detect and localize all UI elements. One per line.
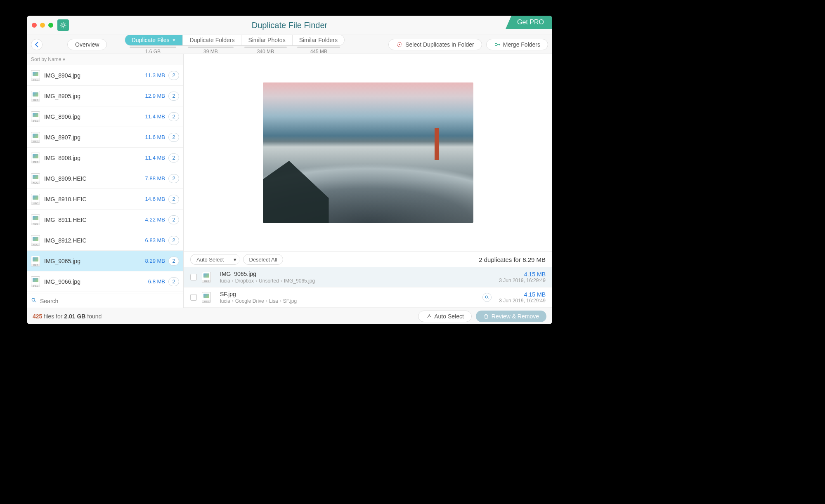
merge-folders-button[interactable]: Merge Folders <box>486 39 548 50</box>
file-thumb-icon <box>31 173 40 184</box>
toolbar: Overview Duplicate Files▼Duplicate Folde… <box>27 35 552 54</box>
duplicate-name: SF.jpg <box>220 291 478 297</box>
file-thumb-icon <box>31 235 40 246</box>
tab-duplicate-files[interactable]: Duplicate Files▼ <box>125 35 183 45</box>
main-pane: Auto Select ▾ Deselect All 2 duplicates … <box>184 54 552 308</box>
list-item[interactable]: IMG_8911.HEIC4.22 MB2 <box>27 210 183 230</box>
checkbox[interactable] <box>190 274 197 280</box>
file-size: 14.6 MB <box>145 196 165 202</box>
search-bar[interactable] <box>27 294 183 308</box>
footer-auto-select-label: Auto Select <box>434 313 464 320</box>
file-size: 8.29 MB <box>145 258 165 264</box>
auto-select-button[interactable]: Auto Select <box>190 254 230 265</box>
list-item[interactable]: IMG_8906.jpg11.4 MB2 <box>27 106 183 127</box>
footer-stats: 425 files for 2.01 GB found <box>33 313 102 320</box>
zoom-dot[interactable] <box>48 23 53 28</box>
file-thumb-icon <box>31 214 40 225</box>
duplicate-count-badge: 2 <box>168 236 179 245</box>
list-item[interactable]: IMG_8905.jpg12.9 MB2 <box>27 86 183 106</box>
file-thumb-icon <box>31 111 40 122</box>
trash-icon <box>483 313 489 319</box>
tab-duplicate-folders[interactable]: Duplicate Folders <box>183 35 241 45</box>
review-remove-label: Review & Remove <box>492 313 539 320</box>
preview-image <box>263 82 473 223</box>
file-thumb-icon <box>31 256 40 266</box>
target-icon <box>396 41 403 48</box>
file-name: IMG_9066.jpg <box>44 278 148 285</box>
file-size: 11.4 MB <box>145 155 165 161</box>
list-item[interactable]: IMG_9066.jpg6.8 MB2 <box>27 271 183 292</box>
duplicate-count-badge: 2 <box>168 133 179 142</box>
tab-size-label: 39 MB <box>182 47 239 54</box>
back-button[interactable] <box>31 39 43 50</box>
select-duplicates-label: Select Duplicates in Folder <box>405 41 474 48</box>
list-item[interactable]: IMG_8909.HEIC7.88 MB2 <box>27 168 183 189</box>
duplicate-date: 3 Jun 2019, 16:29:49 <box>499 278 546 283</box>
duplicate-name: IMG_9065.jpg <box>220 271 494 277</box>
wand-icon <box>426 313 432 319</box>
svg-point-0 <box>62 24 64 26</box>
file-name: IMG_8908.jpg <box>44 155 145 161</box>
app-window: Duplicate File Finder Get PRO Overview D… <box>27 16 552 324</box>
quicklook-icon[interactable] <box>482 293 492 302</box>
sidebar: Sort by Name ▾ IMG_8904.jpg11.3 MB2IMG_8… <box>27 54 184 308</box>
duplicate-count-badge: 2 <box>168 153 179 163</box>
get-pro-button[interactable]: Get PRO <box>506 16 552 29</box>
file-thumb-icon <box>31 132 40 143</box>
duplicate-row[interactable]: SF.jpglucia›Google Drive›Lisa›SF.jpg4.15… <box>184 287 552 308</box>
file-thumb-icon <box>31 70 40 81</box>
duplicate-count-badge: 2 <box>168 71 179 80</box>
file-thumb-icon <box>31 153 40 163</box>
file-size: 7.88 MB <box>145 175 165 181</box>
file-name: IMG_8904.jpg <box>44 72 145 79</box>
footer-auto-select-button[interactable]: Auto Select <box>418 311 472 322</box>
duplicate-list: IMG_9065.jpglucia›Dropbox›Unsorted›IMG_9… <box>184 267 552 308</box>
tab-size-label: 1.6 GB <box>123 47 182 54</box>
duplicate-size: 4.15 MB <box>499 291 546 298</box>
duplicate-count-badge: 2 <box>168 257 179 266</box>
auto-select-caret[interactable]: ▾ <box>230 254 240 265</box>
duplicate-row[interactable]: IMG_9065.jpglucia›Dropbox›Unsorted›IMG_9… <box>184 267 552 287</box>
svg-point-4 <box>485 296 488 298</box>
duplicate-summary: 2 duplicates for 8.29 MB <box>479 256 546 263</box>
app-icon <box>57 19 69 31</box>
merge-folders-label: Merge Folders <box>503 41 540 48</box>
list-item[interactable]: IMG_8907.jpg11.6 MB2 <box>27 127 183 148</box>
tab-similar-photos[interactable]: Similar Photos <box>241 35 292 45</box>
tab-size-label: 340 MB <box>239 47 292 54</box>
sort-dropdown[interactable]: Sort by Name ▾ <box>27 54 183 65</box>
list-item[interactable]: IMG_8904.jpg11.3 MB2 <box>27 65 183 86</box>
checkbox[interactable] <box>190 294 197 301</box>
file-name: IMG_8907.jpg <box>44 134 145 141</box>
list-item[interactable]: IMG_8910.HEIC14.6 MB2 <box>27 189 183 210</box>
close-dot[interactable] <box>32 23 37 28</box>
caret-icon: ▼ <box>172 38 176 42</box>
duplicate-count-badge: 2 <box>168 215 179 224</box>
list-item[interactable]: IMG_8908.jpg11.4 MB2 <box>27 148 183 168</box>
window-title: Duplicate File Finder <box>27 21 552 30</box>
svg-point-2 <box>399 44 400 45</box>
duplicate-count-badge: 2 <box>168 277 179 286</box>
file-thumb-icon <box>31 276 40 287</box>
file-name: IMG_8912.HEIC <box>44 237 145 244</box>
file-size: 6.8 MB <box>148 278 165 285</box>
traffic-lights <box>27 23 53 28</box>
tab-similar-folders[interactable]: Similar Folders <box>293 35 344 45</box>
merge-icon <box>494 41 501 48</box>
file-name: IMG_8911.HEIC <box>44 217 145 223</box>
select-duplicates-button[interactable]: Select Duplicates in Folder <box>388 39 482 50</box>
list-item[interactable]: IMG_8912.HEIC6.83 MB2 <box>27 230 183 251</box>
category-tabs: Duplicate Files▼Duplicate FoldersSimilar… <box>123 34 345 54</box>
file-thumb-icon <box>31 91 40 101</box>
overview-button[interactable]: Overview <box>67 39 107 50</box>
list-item[interactable]: IMG_9065.jpg8.29 MB2 <box>27 251 183 271</box>
review-remove-button[interactable]: Review & Remove <box>476 311 546 322</box>
deselect-all-button[interactable]: Deselect All <box>243 254 284 265</box>
titlebar: Duplicate File Finder Get PRO <box>27 16 552 35</box>
search-input[interactable] <box>40 298 179 304</box>
file-list[interactable]: IMG_8904.jpg11.3 MB2IMG_8905.jpg12.9 MB2… <box>27 65 183 294</box>
duplicate-path: lucia›Dropbox›Unsorted›IMG_9065.jpg <box>220 278 494 284</box>
file-name: IMG_8905.jpg <box>44 93 145 99</box>
minimize-dot[interactable] <box>40 23 45 28</box>
file-size: 11.4 MB <box>145 113 165 120</box>
